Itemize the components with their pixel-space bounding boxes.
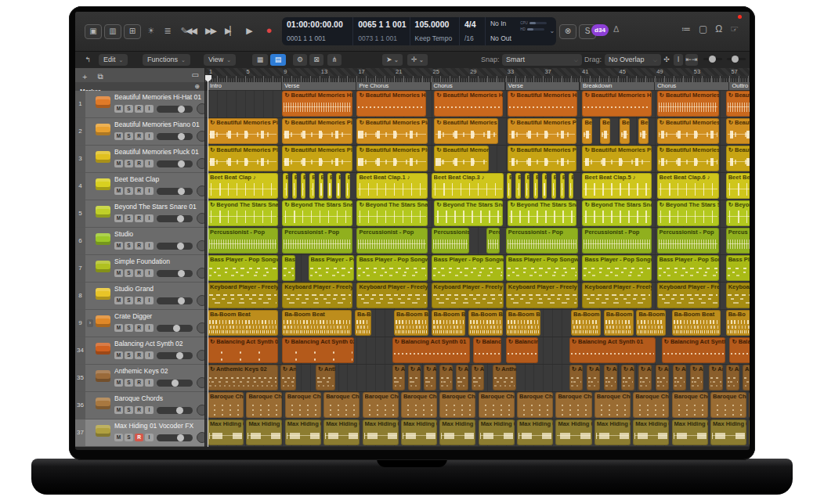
volume-slider-knob[interactable] (178, 133, 185, 140)
region[interactable]: ↻ Anthe (424, 365, 436, 391)
region[interactable]: B (327, 173, 332, 199)
drag-dropdown[interactable]: No Overlap⌵ (605, 54, 661, 66)
region-lane[interactable]: ↻ Beautiful Memories Hi-Hat 03.1↻ Beauti… (205, 91, 750, 118)
mute-button[interactable]: M (114, 379, 123, 387)
volume-slider-knob[interactable] (178, 188, 185, 195)
input-monitor-button[interactable]: I (145, 351, 154, 359)
tools-icon[interactable]: ⚙ (293, 54, 307, 66)
region[interactable]: ↻ Anthe (392, 365, 405, 391)
record-enable-button[interactable]: R (135, 434, 143, 441)
region[interactable]: Max Hiding 01 V (246, 419, 282, 445)
back-icon[interactable]: ↰ (81, 54, 94, 66)
panel-toggle-icon[interactable]: ▭ (192, 68, 199, 82)
mute-button[interactable]: M (114, 351, 123, 359)
region[interactable]: Bar (749, 392, 750, 418)
marker-section[interactable]: Verse (506, 82, 580, 90)
mute-button[interactable]: M (114, 406, 123, 414)
region[interactable]: Max Hiding 01 V (439, 419, 475, 445)
input-monitor-button[interactable]: I (145, 434, 154, 441)
region[interactable]: ↻ Beyond The Stars Snare 02 ∞ (356, 200, 427, 226)
solo-button[interactable]: S (125, 269, 133, 277)
grid-view-icon[interactable]: ▦ (252, 54, 268, 66)
region[interactable]: Ba-Boom Beat (506, 310, 540, 336)
solo-button[interactable]: S (125, 297, 133, 304)
track-header[interactable]: 35Anthemic Keys 02MSRI (75, 365, 205, 392)
region[interactable]: ↻ Balancing Act Synth 02 (282, 337, 353, 363)
region[interactable]: Baroque Chords (517, 392, 553, 418)
marker-section[interactable]: Verse (282, 82, 356, 90)
region[interactable]: Beet Beat Clap.6 ♪ (657, 173, 719, 199)
solo-button[interactable]: S (125, 214, 133, 222)
marker-section[interactable]: Intro (208, 82, 281, 90)
track-header[interactable]: 2Beautiful Memories Piano 01MSRI (75, 118, 205, 146)
region[interactable]: Percus (726, 228, 750, 254)
record-enable-button[interactable]: R (135, 132, 143, 140)
region[interactable]: ↻ Balancing Act Synth 01 (392, 337, 471, 363)
waveform-zoom-icon[interactable]: ✣ (661, 54, 672, 66)
region[interactable]: ↻ Beautiful Memories Piano 01.2 (657, 118, 719, 144)
region[interactable]: ↻ Anthe (456, 365, 468, 391)
library-icon[interactable]: ▥ (104, 24, 121, 39)
track-header[interactable]: 1Beautiful Memories Hi-Hat 01MSRI (75, 91, 205, 118)
region-lane[interactable]: Baroque ChordsBaroque ChordsBaroque Chor… (205, 392, 750, 419)
forward-button[interactable]: ▶▶ (203, 23, 218, 38)
region-lane[interactable]: Keyboard Player - FreelyKeyboard Player … (205, 283, 750, 310)
record-enable-button[interactable]: R (135, 297, 143, 304)
region[interactable]: ↻ Anthe (604, 365, 618, 391)
region[interactable]: Keyboard Player - Freely (282, 283, 352, 308)
region[interactable]: Ba-Boom Beat (672, 310, 721, 336)
region[interactable]: Beet Beat Clap.3 ♪ (432, 173, 504, 199)
region-lane[interactable]: ↻ Beyond The Stars Snare 01 ∞↻ Beyond Th… (205, 200, 750, 228)
region[interactable]: Ba-Boom Beat (468, 310, 503, 336)
region[interactable]: ↻ Anthe (638, 365, 652, 391)
arrangement-marker-lane[interactable]: IntroVersePre ChorusChorusVerseBreakdown… (205, 82, 750, 91)
region[interactable]: Max Hiding 01 V (401, 419, 437, 445)
region[interactable]: Ba-Boom Beat (394, 310, 428, 336)
record-enable-button[interactable]: R (135, 242, 143, 250)
region[interactable]: Max Hiding 01 V (479, 419, 515, 445)
lcd-display[interactable]: 01:00:00:00.000001 1 1 001 0065 1 1 0010… (282, 17, 556, 45)
quick-help-icon[interactable]: ☞ (730, 23, 739, 34)
region[interactable]: ↻ Balancing Act Synth 01 (569, 337, 656, 363)
region[interactable]: ↻ Anthe (673, 365, 687, 391)
region[interactable]: ↻ Beautiful (726, 118, 750, 144)
region[interactable]: Ba-Bo (726, 310, 750, 336)
region[interactable]: ↻ Anthe (408, 365, 421, 391)
solo-button[interactable]: S (125, 242, 133, 250)
region-lane[interactable]: Percussionist - PopPercussionist - PopPe… (205, 228, 750, 255)
input-monitor-button[interactable]: I (145, 379, 154, 387)
input-monitor-button[interactable]: I (145, 105, 154, 113)
record-button[interactable]: ● (262, 23, 276, 38)
functions-menu[interactable]: Functions⌄ (143, 54, 190, 66)
volume-slider[interactable] (157, 407, 193, 414)
region[interactable]: ↻ Anthe (280, 365, 296, 391)
region[interactable]: Be (638, 118, 649, 144)
mute-button[interactable]: M (114, 269, 123, 277)
solo-button[interactable]: S (125, 406, 133, 414)
region[interactable]: B (292, 173, 297, 199)
region[interactable]: Percussionist - Pop (657, 228, 719, 254)
region[interactable]: Ba-Boom Beat (604, 310, 634, 336)
region[interactable]: Max Hiding 01 V (208, 419, 244, 445)
region[interactable]: ↻ Anthe (493, 365, 515, 391)
volume-slider[interactable] (157, 352, 193, 359)
region[interactable]: Baroque Chords (479, 392, 515, 418)
region[interactable]: ↻ Beautiful Memories Piano 02 (434, 118, 498, 144)
track-header[interactable]: 34Balancing Act Synth 02MSRI (75, 337, 205, 365)
marker-section[interactable]: Chorus (432, 82, 505, 90)
marker-section[interactable]: Chorus (655, 82, 728, 90)
region[interactable]: ↻ Anthe (569, 365, 584, 391)
region[interactable]: Bass Player - Pop So (309, 255, 354, 281)
region[interactable]: ↻ Beautiful Memories Hi-Hat 03.2 (657, 91, 719, 117)
mute-button[interactable]: M (114, 242, 123, 250)
region[interactable]: ↻ Anthe (439, 365, 452, 391)
marquee-icon[interactable]: ⊠ (309, 54, 323, 66)
region[interactable]: Baroque Chords (710, 392, 746, 418)
edit-menu[interactable]: Edit⌄ (99, 54, 128, 66)
region[interactable]: ↻ Beautiful Memories Hi-Hat 03.2 (726, 91, 750, 117)
region[interactable]: An (743, 365, 750, 391)
region[interactable]: ↻ Beautiful Memories Hi-Hat 02.3 (582, 91, 652, 117)
region[interactable]: Baroque Chords (285, 392, 321, 418)
play-button[interactable]: ▶ (242, 23, 257, 38)
lcd-chevron-icon[interactable]: ⌄ (548, 17, 556, 45)
